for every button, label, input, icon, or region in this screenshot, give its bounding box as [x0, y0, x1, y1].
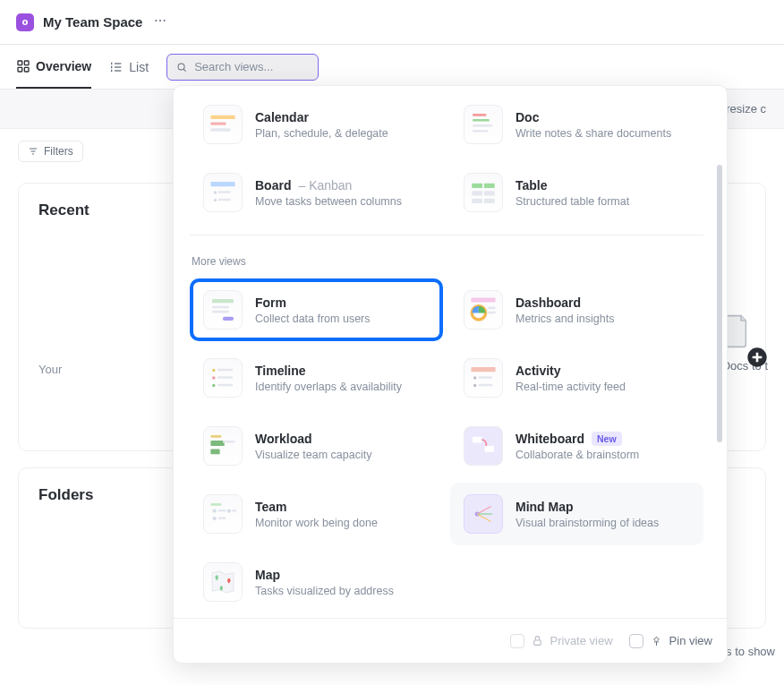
view-desc: Move tasks between columns — [255, 195, 402, 208]
view-option-calendar[interactable]: Calendar Plan, schedule, & delegate — [190, 93, 443, 156]
view-option-form[interactable]: Form Collect data from users — [190, 278, 443, 341]
view-option-mindmap[interactable]: Mind Map Visual brainstorming of ideas — [450, 483, 703, 545]
svg-rect-27 — [218, 191, 231, 193]
svg-rect-33 — [484, 191, 495, 195]
view-option-timeline[interactable]: Timeline Identify overlaps & availabilit… — [190, 347, 443, 409]
svg-rect-35 — [484, 199, 495, 203]
timeline-thumb-icon — [203, 358, 243, 398]
svg-point-48 — [212, 384, 215, 387]
more-views-label: More views — [192, 255, 703, 268]
view-option-table[interactable]: Table Structured table format — [450, 161, 703, 224]
svg-rect-49 — [217, 384, 233, 387]
svg-rect-50 — [471, 367, 495, 372]
svg-rect-24 — [473, 130, 488, 133]
tab-overview[interactable]: Overview — [16, 45, 91, 89]
view-option-team[interactable]: Team Monitor work being done — [190, 483, 443, 545]
svg-point-4 — [164, 20, 166, 21]
svg-rect-5 — [18, 61, 22, 65]
svg-point-12 — [178, 63, 184, 69]
svg-rect-58 — [223, 441, 235, 443]
svg-point-46 — [212, 376, 215, 379]
view-title: Whiteboard — [516, 432, 584, 446]
view-option-activity[interactable]: Activity Real-time activity feed — [450, 347, 703, 409]
search-views-input[interactable] — [194, 60, 309, 73]
view-title: Calendar — [255, 110, 309, 124]
view-option-workload[interactable]: Workload Visualize team capacity — [190, 415, 443, 477]
view-desc: Real-time activity feed — [516, 381, 626, 393]
space-title: My Team Space — [43, 14, 142, 30]
view-desc: Identify overlaps & availability — [255, 381, 402, 393]
table-thumb-icon — [464, 173, 503, 212]
svg-rect-7 — [18, 67, 22, 72]
svg-rect-40 — [471, 297, 495, 302]
svg-rect-47 — [217, 376, 233, 379]
svg-line-71 — [477, 514, 490, 522]
svg-rect-55 — [210, 435, 221, 438]
overview-icon — [16, 59, 30, 73]
view-option-board[interactable]: Board – Kanban Move tasks between column… — [190, 161, 443, 224]
private-view-label: Private view — [550, 634, 613, 647]
view-desc: Plan, schedule, & delegate — [255, 127, 388, 140]
view-title: Map — [255, 568, 280, 582]
view-desc: Metrics and insights — [516, 313, 614, 325]
svg-rect-60 — [485, 446, 494, 452]
space-icon — [16, 13, 34, 31]
doc-thumb-icon — [464, 105, 503, 144]
svg-point-3 — [159, 20, 161, 21]
view-desc: Write notes & share documents — [516, 127, 671, 140]
svg-point-2 — [156, 20, 158, 21]
svg-rect-67 — [232, 509, 236, 512]
view-desc: Collect data from users — [255, 313, 371, 325]
checkbox-icon — [510, 634, 524, 648]
whiteboard-thumb-icon — [464, 426, 503, 466]
team-thumb-icon — [203, 494, 243, 534]
view-title: Activity — [516, 364, 561, 378]
view-desc: Monitor work being done — [255, 517, 378, 529]
filters-button[interactable]: Filters — [18, 141, 83, 162]
view-desc: Collaborate & brainstorm — [516, 449, 639, 461]
svg-rect-45 — [217, 369, 233, 372]
view-option-dashboard[interactable]: Dashboard Metrics and insights — [450, 278, 703, 341]
view-title: Board — [255, 178, 291, 193]
view-title: Workload — [255, 432, 312, 446]
svg-rect-21 — [473, 114, 486, 116]
svg-point-66 — [227, 509, 231, 512]
activity-thumb-icon — [464, 358, 503, 398]
view-desc: Tasks visualized by address — [255, 585, 394, 597]
svg-rect-8 — [24, 67, 29, 72]
search-icon — [176, 61, 187, 73]
map-thumb-icon — [203, 562, 243, 602]
svg-rect-42 — [488, 307, 496, 310]
private-view-toggle[interactable]: Private view — [510, 634, 613, 648]
view-option-whiteboard[interactable]: Whiteboard New Collaborate & brainstorm — [450, 415, 703, 477]
pin-icon — [651, 635, 662, 646]
more-icon[interactable] — [153, 13, 167, 30]
pin-view-toggle[interactable]: Pin view — [629, 634, 712, 648]
svg-rect-61 — [210, 503, 221, 506]
svg-rect-29 — [218, 199, 231, 201]
mindmap-thumb-icon — [464, 494, 503, 534]
svg-rect-32 — [472, 191, 482, 195]
svg-rect-6 — [24, 61, 29, 65]
search-views-input-wrapper[interactable] — [166, 54, 319, 81]
view-desc: Visual brainstorming of ideas — [516, 517, 659, 529]
svg-rect-23 — [473, 124, 492, 127]
svg-rect-20 — [210, 128, 230, 131]
view-option-map[interactable]: Map Tasks visualized by address — [190, 551, 443, 613]
view-title: Mind Map — [516, 500, 574, 514]
svg-point-28 — [214, 199, 217, 201]
view-desc: Visualize team capacity — [255, 449, 371, 461]
tab-list[interactable]: List — [109, 45, 149, 89]
svg-rect-57 — [210, 449, 219, 454]
view-option-doc[interactable]: Doc Write notes & share documents — [450, 93, 703, 156]
new-badge: New — [592, 432, 622, 446]
list-icon — [109, 60, 124, 74]
svg-rect-43 — [488, 312, 496, 314]
workload-thumb-icon — [203, 426, 243, 466]
scrollbar[interactable] — [717, 165, 722, 442]
svg-rect-52 — [479, 376, 492, 379]
svg-rect-37 — [212, 306, 229, 309]
svg-rect-19 — [210, 122, 226, 124]
svg-rect-38 — [212, 311, 229, 313]
svg-rect-1 — [24, 21, 26, 23]
